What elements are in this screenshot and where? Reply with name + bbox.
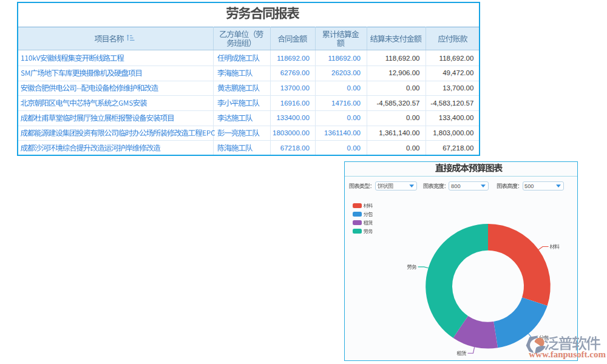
svg-text:12,906.00: 12,906.00 [388, 69, 419, 76]
svg-text:500: 500 [524, 183, 534, 189]
svg-text:67218.00: 67218.00 [280, 144, 310, 152]
svg-text:133,400.00: 133,400.00 [439, 114, 474, 121]
svg-text:800: 800 [451, 183, 461, 189]
svg-text:62769.00: 62769.00 [280, 69, 310, 76]
svg-text:13700.00: 13700.00 [280, 84, 310, 92]
svg-text:16916.00: 16916.00 [280, 99, 310, 107]
svg-text:26203.00: 26203.00 [331, 69, 361, 76]
svg-text:118,692.00: 118,692.00 [439, 55, 474, 62]
svg-text:118692.00: 118692.00 [328, 55, 361, 62]
svg-text:-4,585,320.57: -4,585,320.57 [377, 99, 420, 107]
svg-text:1361140.00: 1361140.00 [324, 129, 361, 136]
svg-text:49,472.00: 49,472.00 [443, 69, 473, 76]
svg-text:www.fanpusoft.com: www.fanpusoft.com [529, 349, 606, 359]
svg-text:67,218.00: 67,218.00 [443, 144, 473, 152]
svg-text:0.00: 0.00 [406, 84, 419, 92]
svg-text:0.00: 0.00 [406, 114, 419, 121]
svg-text:133400.00: 133400.00 [276, 114, 309, 121]
svg-text:1803000.00: 1803000.00 [273, 129, 310, 136]
svg-text:14716.00: 14716.00 [331, 99, 361, 107]
svg-text:-4,583,120.57: -4,583,120.57 [430, 99, 473, 107]
svg-text:0.00: 0.00 [347, 84, 361, 92]
svg-text:0.00: 0.00 [406, 144, 419, 152]
svg-text:118692.00: 118692.00 [277, 55, 310, 62]
svg-text:118,692.00: 118,692.00 [385, 55, 420, 62]
svg-text:13,700.00: 13,700.00 [443, 84, 473, 92]
svg-text:1,361,140.00: 1,361,140.00 [379, 129, 419, 136]
svg-text:1,803,000.00: 1,803,000.00 [433, 129, 473, 136]
svg-text:0.00: 0.00 [347, 114, 361, 121]
svg-text:0.00: 0.00 [347, 144, 361, 152]
